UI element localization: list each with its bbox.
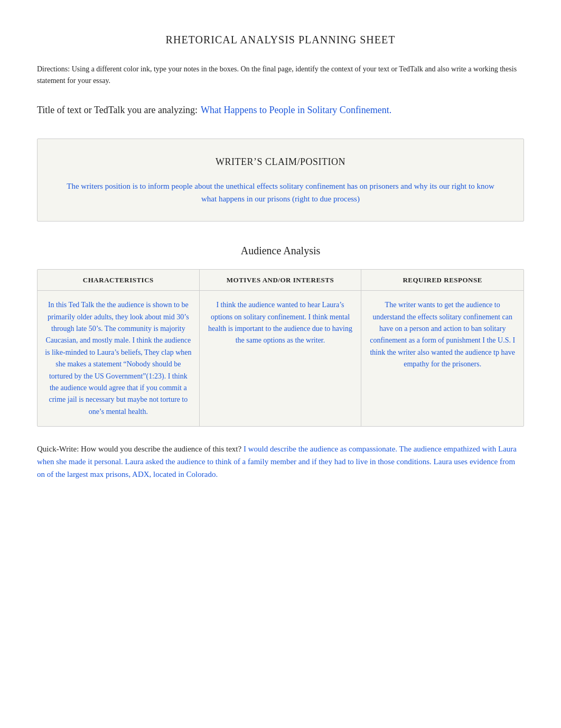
writers-claim-heading: WRITER’S CLAIM/POSITION [59, 155, 502, 169]
title-value: What Happens to People in Solitary Confi… [201, 103, 391, 117]
writers-claim-text: The writers position is to inform people… [59, 180, 502, 205]
directions-text: Directions: Using a different color ink,… [37, 63, 524, 87]
title-line-label: Title of text or TedTalk you are analyzi… [37, 103, 198, 117]
audience-table: CHARACTERISTICS MOTIVES AND/OR INTERESTS… [37, 269, 524, 427]
required-response-cell: The writer wants to get the audience to … [361, 291, 523, 426]
quickwrite-label: Quick-Write: How would you describe the … [37, 445, 241, 453]
audience-analysis-section: Audience Analysis CHARACTERISTICS MOTIVE… [37, 243, 524, 427]
motives-cell: I think the audience wanted to hear Laur… [200, 291, 362, 426]
characteristics-cell: In this Ted Talk the the audience is sho… [38, 291, 200, 426]
title-of-text-line: Title of text or TedTalk you are analyzi… [37, 103, 524, 117]
characteristics-header: CHARACTERISTICS [38, 270, 200, 291]
required-response-header: REQUIRED RESPONSE [361, 270, 523, 291]
audience-body-row: In this Ted Talk the the audience is sho… [38, 291, 523, 426]
motives-header: MOTIVES AND/OR INTERESTS [200, 270, 362, 291]
audience-headers-row: CHARACTERISTICS MOTIVES AND/OR INTERESTS… [38, 270, 523, 291]
audience-analysis-heading: Audience Analysis [37, 243, 524, 259]
writers-claim-box: WRITER’S CLAIM/POSITION The writers posi… [37, 139, 524, 222]
quickwrite-section: Quick-Write: How would you describe the … [37, 443, 524, 481]
page-title: RHETORICAL ANALYSIS PLANNING SHEET [37, 32, 524, 48]
